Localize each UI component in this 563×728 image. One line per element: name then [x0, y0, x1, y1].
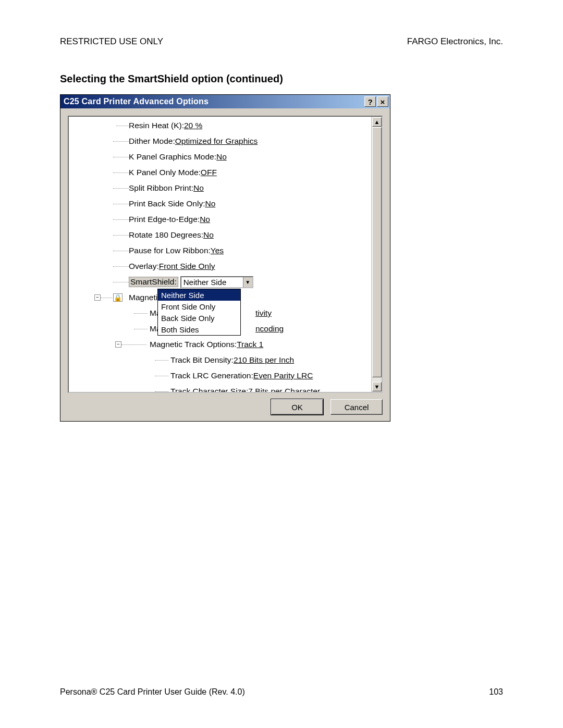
option-value: No	[205, 199, 215, 208]
option-value: Yes	[211, 246, 224, 255]
option-label: Split Ribbon Print:	[129, 183, 193, 193]
smartshield-selected: Neither Side	[181, 277, 243, 287]
footer-left: Persona® C25 Card Printer User Guide (Re…	[60, 687, 245, 697]
magnetic-track-node[interactable]: − Magnetic Track Options: Track 1	[97, 337, 371, 352]
scroll-down-icon[interactable]: ▼	[372, 382, 382, 391]
smartshield-combobox[interactable]: Neither Side ▼	[180, 276, 253, 288]
scroll-up-icon[interactable]: ▲	[372, 117, 382, 127]
lock-icon: 🔒	[113, 293, 123, 302]
chevron-down-icon[interactable]: ▼	[243, 277, 252, 287]
option-value: No	[200, 215, 210, 224]
close-button[interactable]: ×	[377, 96, 388, 107]
smartshield-label: SmartShield:	[129, 277, 178, 287]
header-left: RESTRICTED USE ONLY	[60, 36, 163, 47]
tree-row[interactable]: Pause for Low Ribbon: Yes	[97, 243, 371, 258]
tree-row[interactable]: Dither Mode: Optimized for Graphics	[97, 133, 371, 149]
dropdown-option[interactable]: Neither Side	[158, 289, 240, 301]
option-label: Dither Mode:	[129, 137, 175, 146]
option-label: Overlay:	[129, 262, 159, 271]
tree-row[interactable]: K Panel Graphics Mode: No	[97, 149, 371, 165]
tree-row[interactable]: Track Character Size: 7 Bits per Charact…	[97, 384, 371, 393]
dialog-screenshot: C25 Card Printer Advanced Options ? × Re…	[60, 94, 390, 422]
help-button[interactable]: ?	[364, 96, 376, 107]
header-right: FARGO Electronics, Inc.	[407, 36, 503, 47]
option-value: No	[216, 152, 227, 162]
option-label: Track Character Size:	[170, 387, 248, 393]
smartshield-dropdown-list[interactable]: Neither Side Front Side Only Back Side O…	[157, 289, 241, 336]
tree-row[interactable]: K Panel Only Mode: OFF	[97, 165, 371, 180]
option-value: 20 %	[184, 121, 202, 130]
option-label: Print Back Side Only:	[129, 199, 205, 208]
option-label: Magnetic Track Options:	[150, 340, 237, 349]
tree-expander-icon[interactable]: −	[115, 341, 121, 348]
option-value-partial: tivity	[255, 309, 272, 318]
option-label: K Panel Only Mode:	[129, 168, 201, 177]
option-value: No	[203, 230, 214, 240]
option-label: Pause for Low Ribbon:	[129, 246, 211, 255]
option-label: Track LRC Generation:	[170, 371, 253, 380]
dialog-titlebar: C25 Card Printer Advanced Options ? ×	[60, 95, 390, 108]
option-label: K Panel Graphics Mode:	[129, 152, 216, 162]
option-value: No	[193, 183, 204, 193]
option-value: Front Side Only	[159, 262, 215, 271]
option-value: Even Parity LRC	[253, 371, 313, 380]
option-value-partial: ncoding	[255, 324, 284, 334]
option-value: Track 1	[237, 340, 263, 349]
ok-button[interactable]: OK	[271, 399, 323, 415]
dialog-title: C25 Card Printer Advanced Options	[64, 97, 209, 106]
option-label: Track Bit Density:	[170, 355, 234, 365]
option-label: Resin Heat (K):	[129, 121, 184, 130]
tree-row[interactable]: Overlay: Front Side Only	[97, 258, 371, 274]
option-label: Rotate 180 Degrees:	[129, 230, 203, 240]
dropdown-option[interactable]: Front Side Only	[158, 301, 240, 312]
cancel-button[interactable]: Cancel	[331, 399, 383, 415]
tree-row[interactable]: Track Bit Density: 210 Bits per Inch	[97, 352, 371, 368]
options-tree: Resin Heat (K): 20 % Dither Mode: Optimi…	[68, 116, 383, 393]
tree-row[interactable]: Print Back Side Only: No	[97, 196, 371, 212]
scrollbar[interactable]: ▲ ▼	[371, 117, 382, 392]
option-value: OFF	[201, 168, 217, 177]
scroll-thumb[interactable]	[372, 127, 382, 377]
option-value: 210 Bits per Inch	[234, 355, 294, 365]
option-value: Optimized for Graphics	[175, 137, 258, 146]
tree-row[interactable]: Rotate 180 Degrees: No	[97, 227, 371, 243]
tree-row[interactable]: Track LRC Generation: Even Parity LRC	[97, 368, 371, 384]
option-label: Print Edge-to-Edge:	[129, 215, 200, 224]
tree-row[interactable]: Print Edge-to-Edge: No	[97, 212, 371, 227]
page-number: 103	[489, 687, 503, 697]
smartshield-row[interactable]: SmartShield: Neither Side ▼	[97, 274, 371, 290]
dropdown-option[interactable]: Back Side Only	[158, 312, 240, 324]
section-heading: Selecting the SmartShield option (contin…	[60, 73, 503, 85]
dropdown-option[interactable]: Both Sides	[158, 324, 240, 335]
option-value: 7 Bits per Character	[248, 387, 320, 393]
tree-row[interactable]: Split Ribbon Print: No	[97, 180, 371, 196]
tree-expander-icon[interactable]: −	[94, 294, 101, 301]
tree-row[interactable]: Resin Heat (K): 20 %	[97, 118, 371, 133]
